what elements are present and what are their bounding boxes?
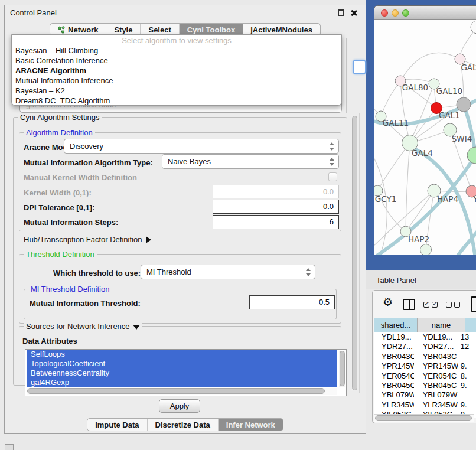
aracne-mode-select[interactable]: Discovery [64,139,339,154]
tab-label: Infer Network [226,420,275,429]
select-all-checkboxes-icon[interactable] [423,302,438,308]
column-header[interactable]: shared... [374,318,418,332]
settings-scrollbar-thumb[interactable] [352,116,357,390]
network-edge[interactable] [377,143,410,191]
table-row[interactable]: YBR043CYBR043C [374,352,476,361]
algorithm-option[interactable]: Dream8 DC_TDC Algorithm [12,96,341,106]
checked-box-icon [423,302,429,308]
table-cell: 12 [458,342,476,351]
tab-label: Impute Data [95,420,139,429]
table-cell: YDL19... [414,332,458,342]
network-edge[interactable] [381,81,400,116]
algorithm-option[interactable]: Basic Correlation Inference [12,56,341,66]
mi-threshold-group-title: MI Threshold Definition [28,285,112,294]
network-graph[interactable]: GALGAL80GAL10GAL1GAL11SWI4GAL4GCY1HAP4YH… [374,21,476,255]
mi-threshold-label: Mutual Information Threshold: [30,299,141,308]
window-close-icon[interactable] [381,9,388,17]
deselect-all-checkboxes-icon[interactable] [446,302,460,308]
window-zoom-icon[interactable] [402,9,409,17]
column-header[interactable] [465,318,476,332]
algorithm-option[interactable]: Bayesian – K2 [12,86,341,96]
network-node[interactable] [467,147,476,164]
table-row[interactable]: YDL19...YDL19...13 [374,332,476,342]
table-horizontal-scrollbar[interactable] [374,414,474,422]
tab-select[interactable]: Select [141,24,179,35]
manual-kernel-checkbox[interactable] [328,172,337,181]
attribute-item[interactable]: BetweennessCentrality [27,369,337,378]
gear-icon[interactable]: ⚙ [383,295,393,309]
mi-type-select[interactable]: Naive Bayes [162,154,339,169]
apply-button[interactable]: Apply [159,399,200,413]
table-cell: YBR043C [374,352,414,361]
docked-widget-chip[interactable] [5,444,14,450]
close-panel-icon[interactable] [350,9,357,17]
tab-jactivemnodules[interactable]: jActiveMNodules [243,24,320,35]
float-window-icon[interactable] [338,9,344,16]
table-cell: 9. [458,381,476,390]
network-edge[interactable] [406,143,410,231]
split-columns-icon[interactable] [403,299,415,310]
window-minimize-icon[interactable] [392,9,399,17]
algorithm-option[interactable]: ARACNE Algorithm [12,66,341,76]
manual-kernel-label: Manual Kernel Width Definition [24,173,137,182]
node-label: Y [472,194,476,204]
network-view-window: GALGAL80GAL10GAL1GAL11SWI4GAL4GCY1HAP4YH… [374,5,476,255]
attribute-item[interactable]: SelfLoops [27,350,337,359]
dpi-tolerance-label: DPI Tolerance [0,1]: [24,203,94,212]
table-row[interactable]: YER054CYER054C8. [374,371,476,381]
tab-infer-network[interactable]: Infer Network [219,419,283,431]
tab-discretize-data[interactable]: Discretize Data [148,419,219,431]
tab-cyni-toolbox[interactable]: Cyni Toolbox [180,24,243,35]
settings-scrollbar[interactable] [351,115,358,391]
table-row[interactable]: YDR27...YDR27...12 [374,342,476,351]
attribute-item[interactable]: TopologicalCoefficient [27,359,337,369]
which-threshold-select[interactable]: MI Threshold [141,265,315,279]
column-header[interactable]: name [418,318,465,332]
control-panel-titlebar: Control Panel [5,5,366,19]
table-header-row: shared...name [374,318,476,332]
which-threshold-value: MI Threshold [146,268,191,276]
table-cell [458,352,476,361]
list-vscroll-thumb[interactable] [340,351,345,386]
combo-arrows-icon [330,142,334,151]
mi-steps-field[interactable]: 6 [213,215,339,229]
table-row[interactable]: YLR345WYLR345W9. [374,400,476,410]
table-hscroll-thumb[interactable] [375,415,472,421]
table-cell: 9. [458,361,476,371]
hub-definition-expander[interactable]: Hub/Transcription Factor Definition [24,235,151,244]
table-row[interactable]: YPR145WYPR145W9. [374,361,476,371]
data-attributes-list[interactable]: SelfLoopsTopologicalCoefficientBetweenne… [25,349,347,396]
kernel-width-field[interactable]: 0.0 [213,185,339,198]
threshold-definition-title: Threshold Definition [24,250,97,259]
algorithm-list: Bayesian – Hill ClimbingBasic Correlatio… [12,45,341,106]
mi-threshold-field[interactable]: 0.5 [249,295,335,309]
dpi-tolerance-field[interactable]: 0.0 [213,200,339,214]
unchecked-box-icon [454,302,460,308]
list-hscroll-thumb[interactable] [27,388,325,394]
list-horizontal-scrollbar[interactable] [27,388,337,395]
table-row[interactable]: YBL079WYBL079W [374,390,476,400]
network-canvas[interactable]: GALGAL80GAL10GAL1GAL11SWI4GAL4GCY1HAP4YH… [374,21,476,255]
algorithm-option[interactable]: Bayesian – Hill Climbing [12,45,341,56]
tab-impute-data[interactable]: Impute Data [87,419,147,431]
tab-label: Discretize Data [155,420,210,429]
algorithm-option[interactable]: Mutual Information Inference [12,76,341,86]
table-cell: YBL079W [374,390,414,400]
mi-type-label: Mutual Information Algorithm Type: [24,158,153,167]
network-node[interactable] [420,244,432,256]
tab-network[interactable]: Network [50,24,106,35]
unchecked-box-icon [446,302,452,308]
kernel-width-label: Kernel Width (0,1): [24,188,92,197]
document-icon[interactable] [471,296,476,312]
focused-combo-end[interactable] [353,60,366,74]
tab-style[interactable]: Style [106,24,141,35]
network-node[interactable] [471,21,476,34]
network-edge[interactable] [400,53,460,81]
table-cell: 13 [458,332,476,342]
network-node[interactable] [457,97,471,112]
attribute-item[interactable]: gal4RGexp [27,378,337,387]
collapse-arrow-icon[interactable] [133,325,140,330]
table-row[interactable]: YBR045CYBR045C9. [374,381,476,390]
list-vertical-scrollbar[interactable] [339,351,345,387]
network-edge[interactable] [374,156,387,255]
